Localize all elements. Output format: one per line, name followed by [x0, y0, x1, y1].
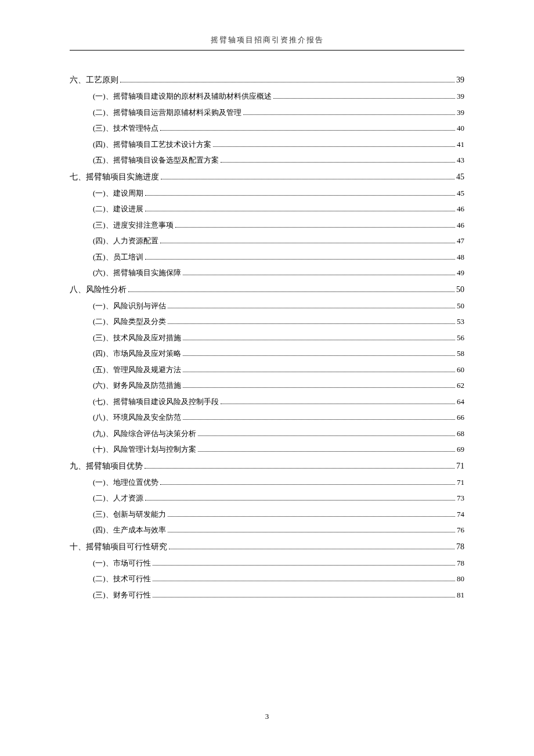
- toc-entry-page: 78: [457, 557, 464, 569]
- toc-leader-dots: [183, 275, 455, 275]
- toc-entry-page: 74: [457, 509, 464, 520]
- toc-entry-label: 七、摇臂轴项目实施进度: [70, 171, 159, 183]
- toc-entry-page: 71: [457, 477, 464, 488]
- toc-entry-label: (五)、摇臂轴项目设备选型及配置方案: [93, 154, 219, 166]
- toc-entry: (一)、市场可行性78: [93, 557, 464, 569]
- toc-entry: (二)、摇臂轴项目运营期原辅材料采购及管理39: [93, 107, 464, 118]
- toc-entry-label: 八、风险性分析: [70, 283, 127, 296]
- toc-entry-page: 62: [457, 380, 464, 391]
- toc-leader-dots: [153, 597, 455, 597]
- toc-entry: (五)、摇臂轴项目设备选型及配置方案43: [93, 154, 464, 166]
- toc-entry: (四)、市场风险及应对策略58: [93, 348, 464, 359]
- toc-entry-page: 78: [456, 541, 464, 553]
- toc-leader-dots: [160, 243, 455, 243]
- toc-entry-label: (一)、地理位置优势: [93, 477, 158, 488]
- toc-entry: (二)、建设进展46: [93, 203, 464, 215]
- toc-entry: 八、风险性分析50: [70, 283, 464, 296]
- toc-entry: (三)、技术风险及应对措施56: [93, 332, 464, 344]
- toc-leader-dots: [153, 581, 455, 581]
- toc-entry: (三)、创新与研发能力74: [93, 509, 464, 520]
- toc-entry-page: 69: [457, 444, 464, 455]
- toc-entry-label: (三)、创新与研发能力: [93, 509, 166, 520]
- toc-entry: (二)、技术可行性80: [93, 573, 464, 585]
- toc-entry-label: (四)、摇臂轴项目工艺技术设计方案: [93, 139, 211, 150]
- toc-entry-label: (三)、技术风险及应对措施: [93, 332, 181, 344]
- toc-entry-label: (二)、人才资源: [93, 492, 143, 504]
- toc-leader-dots: [221, 162, 455, 163]
- toc-entry-label: (一)、风险识别与评估: [93, 300, 166, 312]
- toc-entry-label: (十)、风险管理计划与控制方案: [93, 444, 196, 455]
- toc-leader-dots: [183, 372, 455, 372]
- toc-entry-page: 43: [457, 154, 464, 166]
- toc-entry-label: (三)、进度安排注意事项: [93, 219, 174, 231]
- toc-leader-dots: [198, 451, 455, 452]
- toc-entry-label: (一)、建设周期: [93, 188, 143, 199]
- toc-leader-dots: [198, 435, 455, 436]
- toc-entry: 九、摇臂轴项目优势71: [70, 460, 464, 472]
- page-header: 摇臂轴项目招商引资推介报告: [70, 35, 464, 51]
- page-number: 3: [0, 712, 534, 721]
- toc-entry-page: 50: [457, 300, 464, 312]
- toc-leader-dots: [168, 516, 455, 517]
- toc-entry-label: (二)、摇臂轴项目运营期原辅材料采购及管理: [93, 107, 241, 118]
- toc-entry-label: (五)、管理风险及规避方法: [93, 364, 181, 376]
- toc-leader-dots: [145, 195, 455, 196]
- toc-entry-label: 十、摇臂轴项目可行性研究: [70, 541, 167, 553]
- toc-leader-dots: [168, 532, 455, 532]
- toc-entry-page: 39: [457, 107, 464, 118]
- toc-entry: (三)、财务可行性81: [93, 589, 464, 601]
- toc-leader-dots: [160, 484, 455, 485]
- toc-entry-page: 39: [456, 74, 464, 86]
- document-page: 摇臂轴项目招商引资推介报告 六、工艺原则39(一)、摇臂轴项目建设期的原材料及辅…: [0, 0, 534, 600]
- toc-entry-page: 53: [457, 316, 464, 327]
- toc-leader-dots: [145, 468, 454, 469]
- toc-entry-page: 64: [457, 396, 464, 408]
- toc-entry-label: (六)、摇臂轴项目实施保障: [93, 267, 181, 279]
- toc-leader-dots: [183, 355, 455, 356]
- toc-entry: (十)、风险管理计划与控制方案69: [93, 444, 464, 455]
- toc-leader-dots: [160, 130, 455, 131]
- toc-entry: (一)、摇臂轴项目建设期的原材料及辅助材料供应概述39: [93, 91, 464, 102]
- toc-entry: 十、摇臂轴项目可行性研究78: [70, 541, 464, 553]
- toc-entry: (三)、技术管理特点40: [93, 123, 464, 134]
- toc-entry-page: 71: [456, 460, 464, 472]
- toc-entry-page: 49: [457, 267, 464, 279]
- toc-entry: (一)、地理位置优势71: [93, 477, 464, 488]
- toc-entry-page: 81: [457, 589, 464, 601]
- toc-entry-page: 48: [457, 251, 464, 263]
- toc-entry-page: 40: [457, 123, 464, 134]
- toc-entry-page: 41: [457, 139, 464, 150]
- toc-leader-dots: [175, 227, 455, 228]
- toc-entry-page: 47: [457, 235, 464, 247]
- toc-entry: (二)、风险类型及分类53: [93, 316, 464, 327]
- toc-entry-page: 46: [457, 203, 464, 215]
- toc-entry: (九)、风险综合评估与决策分析68: [93, 428, 464, 440]
- toc-leader-dots: [183, 340, 455, 340]
- toc-entry-page: 58: [457, 348, 464, 359]
- toc-entry-label: (三)、财务可行性: [93, 589, 151, 601]
- toc-leader-dots: [183, 419, 455, 420]
- toc-leader-dots: [145, 500, 455, 501]
- toc-leader-dots: [161, 179, 454, 179]
- toc-leader-dots: [213, 146, 455, 147]
- toc-leader-dots: [168, 308, 455, 308]
- toc-entry: (六)、摇臂轴项目实施保障49: [93, 267, 464, 279]
- toc-leader-dots: [168, 323, 455, 324]
- toc-leader-dots: [221, 404, 455, 404]
- toc-leader-dots: [183, 387, 455, 388]
- toc-entry-page: 73: [457, 492, 464, 504]
- toc-entry-page: 68: [457, 428, 464, 440]
- toc-entry-label: (二)、建设进展: [93, 203, 143, 215]
- toc-entry-label: (九)、风险综合评估与决策分析: [93, 428, 196, 440]
- toc-leader-dots: [120, 82, 454, 82]
- toc-entry-label: (三)、技术管理特点: [93, 123, 158, 134]
- toc-leader-dots: [153, 565, 455, 566]
- toc-entry-page: 39: [457, 91, 464, 102]
- toc-entry-label: (一)、市场可行性: [93, 557, 151, 569]
- toc-entry-page: 66: [457, 412, 464, 423]
- toc-leader-dots: [145, 259, 455, 260]
- toc-entry: (六)、财务风险及防范措施62: [93, 380, 464, 391]
- toc-entry: (五)、管理风险及规避方法60: [93, 364, 464, 376]
- toc-leader-dots: [145, 211, 455, 211]
- toc-leader-dots: [243, 114, 455, 115]
